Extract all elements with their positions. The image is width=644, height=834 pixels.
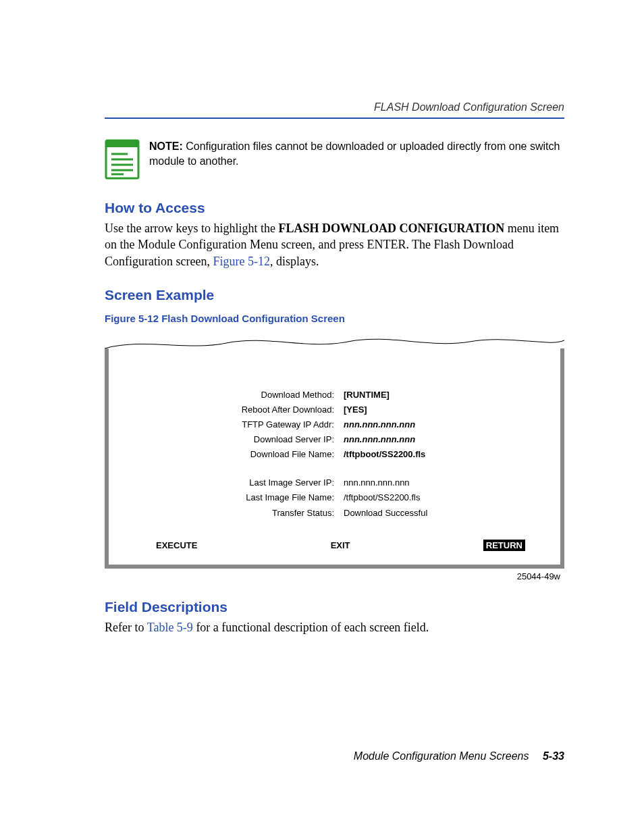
footer-text: Module Configuration Menu Screens [354,750,529,762]
running-header: FLASH Download Configuration Screen [105,101,564,113]
screen-rows-group-1: Download Method:[RUNTIME] Reboot After D… [125,388,544,462]
field-row: Download Server IP:nnn.nnn.nnn.nnn [125,432,544,447]
text-fragment: , displays. [270,255,319,268]
note-body: Configuration files cannot be downloaded… [149,140,560,167]
menu-item-name: FLASH DOWNLOAD CONFIGURATION [278,221,504,235]
field-value: [YES] [344,402,367,417]
field-row: Last Image File Name:/tftpboot/SS2200.fl… [125,490,544,505]
field-label: Transfer Status: [125,506,344,521]
field-value: /tftpboot/SS2200.fls [344,490,420,505]
table-reference-link[interactable]: Table 5-9 [147,621,193,634]
screen-button-row: EXECUTE EXIT RETURN [125,540,544,551]
heading-field-descriptions: Field Descriptions [105,599,564,615]
note-text: NOTE: Configuration files cannot be down… [149,139,564,170]
field-value: nnn.nnn.nnn.nnn [344,417,415,432]
field-label: TFTP Gateway IP Addr: [125,417,344,432]
field-label: Last Image File Name: [125,490,344,505]
screen-figure: Download Method:[RUNTIME] Reboot After D… [105,335,564,581]
how-to-access-paragraph: Use the arrow keys to highlight the FLAS… [105,220,564,269]
page-number: 5-33 [543,750,564,762]
field-value: Download Successful [344,506,427,521]
field-label: Download Method: [125,388,344,402]
text-fragment: Use the arrow keys to highlight the [105,221,278,235]
field-label: Download Server IP: [125,432,344,447]
execute-button[interactable]: EXECUTE [156,540,197,550]
heading-how-to-access: How to Access [105,200,564,216]
screen-rows-group-2: Last Image Server IP:nnn.nnn.nnn.nnn Las… [125,475,544,520]
field-value: nnn.nnn.nnn.nnn [344,432,415,447]
return-button[interactable]: RETURN [483,540,525,551]
text-fragment: Refer to [105,621,147,634]
field-row: Transfer Status:Download Successful [125,506,544,521]
field-row: Download File Name:/tftpboot/SS2200.fls [125,447,544,462]
field-descriptions-paragraph: Refer to Table 5-9 for a functional desc… [105,619,564,635]
field-row: Reboot After Download:[YES] [125,402,544,417]
field-row: Last Image Server IP:nnn.nnn.nnn.nnn [125,475,544,490]
field-row: TFTP Gateway IP Addr:nnn.nnn.nnn.nnn [125,417,544,432]
figure-caption: Figure 5-12 Flash Download Configuration… [105,313,564,324]
exit-button[interactable]: EXIT [331,540,350,550]
text-fragment: for a functional description of each scr… [193,621,429,634]
field-row: Download Method:[RUNTIME] [125,388,544,402]
note-icon [105,139,140,180]
field-value: nnn.nnn.nnn.nnn [344,475,410,490]
header-rule [105,118,564,119]
field-value: /tftpboot/SS2200.fls [344,447,425,462]
figure-reference-link[interactable]: Figure 5-12 [213,255,270,268]
screen-frame: Download Method:[RUNTIME] Reboot After D… [105,348,564,569]
field-label: Last Image Server IP: [125,475,344,490]
field-label: Reboot After Download: [125,402,344,417]
field-label: Download File Name: [125,447,344,462]
field-value: [RUNTIME] [344,388,390,402]
page: FLASH Download Configuration Screen [0,0,644,816]
note-block: NOTE: Configuration files cannot be down… [105,139,564,180]
note-label: NOTE: [149,140,183,152]
page-footer: Module Configuration Menu Screens 5-33 [105,750,564,762]
figure-id-label: 25044-49w [105,571,564,581]
heading-screen-example: Screen Example [105,287,564,303]
